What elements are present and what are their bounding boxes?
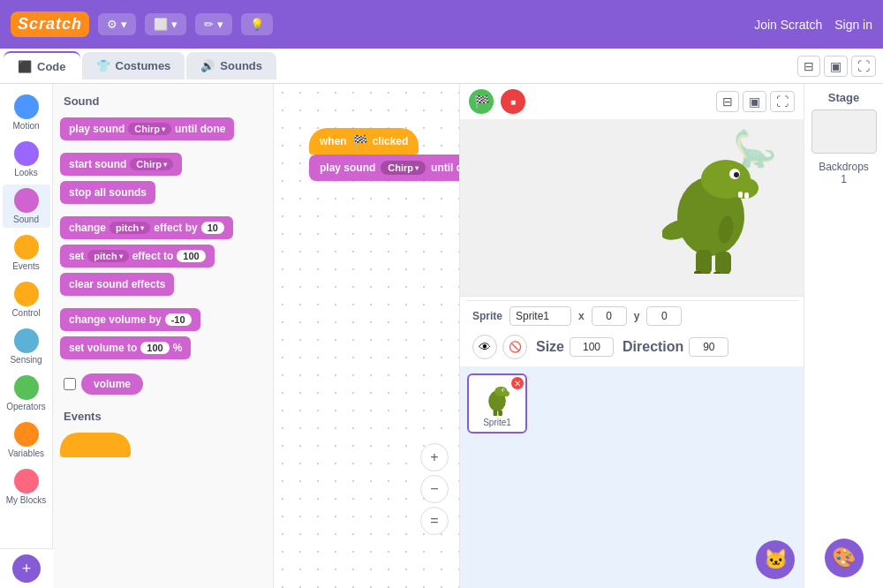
- show-sprite-button[interactable]: 👁: [472, 335, 497, 359]
- block-stop-all-sounds[interactable]: stop all sounds: [60, 178, 266, 207]
- stage-canvas: 🦕: [460, 119, 804, 296]
- pitch-dropdown-2[interactable]: pitch ▾: [87, 250, 128, 262]
- sidebar-item-myblocks[interactable]: My Blocks: [3, 465, 50, 509]
- costumes-tab-label: Costumes: [116, 59, 171, 72]
- stop-all-sounds-text: stop all sounds: [69, 186, 147, 199]
- size-field[interactable]: [570, 337, 614, 357]
- when-flag-clicked-block[interactable]: when 🏁 clicked: [309, 128, 419, 155]
- svg-rect-20: [494, 410, 498, 416]
- sidebar-item-control[interactable]: Control: [3, 278, 50, 321]
- volume-value[interactable]: 100: [140, 342, 169, 354]
- looks-label: Looks: [14, 168, 38, 177]
- svg-point-4: [734, 172, 739, 177]
- when-clicked-block-preview[interactable]: [60, 433, 131, 457]
- main-area: Motion Looks Sound Events Control Sensin…: [0, 84, 883, 588]
- lightbulb-icon: 💡: [250, 18, 264, 31]
- chirp-dropdown-1[interactable]: Chirp ▾: [128, 123, 171, 135]
- sidebar: Motion Looks Sound Events Control Sensin…: [0, 84, 53, 588]
- pitch-dropdown-1[interactable]: pitch ▾: [109, 222, 150, 234]
- events-dot: [14, 235, 39, 260]
- svg-point-19: [503, 389, 505, 391]
- set-text: set: [69, 250, 84, 262]
- sound-dot: [14, 188, 39, 213]
- y-field[interactable]: [646, 306, 682, 326]
- looks-dot: [14, 141, 39, 166]
- tab-code[interactable]: ⬛ Code: [4, 51, 80, 80]
- script-until-done-text: until done: [431, 162, 459, 174]
- play-sound-chirp-block[interactable]: play sound Chirp ▾ until done: [309, 155, 459, 181]
- tips-button[interactable]: 💡: [241, 13, 273, 35]
- block-change-pitch-effect[interactable]: change pitch ▾ effect by 10: [60, 214, 266, 242]
- add-sprite-button[interactable]: 🐱: [756, 540, 795, 579]
- script-chirp-dropdown[interactable]: Chirp ▾: [381, 161, 426, 175]
- block-clear-sound-effects[interactable]: clear sound effects: [60, 270, 266, 298]
- view-fullscreen-button[interactable]: ⛶: [851, 56, 876, 77]
- volume-change-amount[interactable]: -10: [165, 313, 192, 326]
- svg-rect-6: [744, 192, 749, 199]
- operators-label: Operators: [6, 402, 45, 411]
- block-change-volume[interactable]: change volume by -10: [60, 305, 266, 334]
- events-label: Events: [12, 261, 40, 271]
- when-text: when: [320, 135, 347, 147]
- sensing-dot: [14, 328, 39, 353]
- chirp-dropdown-2[interactable]: Chirp ▾: [130, 158, 173, 170]
- sidebar-item-variables[interactable]: Variables: [3, 418, 50, 462]
- sidebar-item-sound[interactable]: Sound: [3, 185, 50, 228]
- pitch-effect-amount[interactable]: 10: [201, 222, 224, 234]
- sprite1-thumb[interactable]: ✕ Sprite1: [467, 373, 527, 433]
- edit-menu-button[interactable]: ⬜ ▾: [145, 13, 186, 35]
- sprite1-delete-button[interactable]: ✕: [511, 377, 524, 389]
- sign-in-link[interactable]: Sign in: [834, 18, 872, 32]
- stage-fullscreen-button[interactable]: ⛶: [770, 91, 795, 112]
- volume-checkbox[interactable]: [64, 378, 76, 390]
- block-set-pitch-effect[interactable]: set pitch ▾ effect to 100: [60, 242, 266, 270]
- stage-toolbar: 🏁 ■ ⊟ ▣ ⛶: [460, 84, 804, 119]
- myblocks-dot: [14, 469, 39, 494]
- sprite-vis-row: 👁 🚫 Size Direction: [465, 331, 798, 363]
- tab-costumes[interactable]: 👕 Costumes: [82, 52, 185, 79]
- scratch-logo[interactable]: Scratch: [11, 11, 89, 37]
- zoom-fit-button[interactable]: =: [420, 507, 449, 535]
- stage-panel-label: Stage: [811, 91, 876, 104]
- blocks-panel: Sound play sound Chirp ▾ until done star…: [53, 84, 274, 588]
- script-play-sound-text: play sound: [320, 162, 375, 174]
- set-volume-text: set volume to: [69, 342, 137, 354]
- events-category-title: Events: [60, 406, 266, 430]
- sidebar-item-events[interactable]: Events: [3, 231, 50, 275]
- zoom-out-button[interactable]: −: [420, 475, 449, 503]
- hide-sprite-button[interactable]: 🚫: [502, 335, 527, 359]
- volume-reporter-block[interactable]: volume: [81, 373, 143, 395]
- sidebar-item-operators[interactable]: Operators: [3, 372, 50, 415]
- sidebar-item-sensing[interactable]: Sensing: [3, 325, 50, 368]
- sidebar-item-motion[interactable]: Motion: [3, 91, 50, 134]
- add-sprite-icon: 🐱: [764, 548, 788, 571]
- sprite-name-field[interactable]: [509, 306, 571, 326]
- tab-sounds[interactable]: 🔊 Sounds: [186, 52, 276, 79]
- stage-small-button[interactable]: ⊟: [716, 91, 739, 112]
- tutorials-button[interactable]: ✏ ▾: [195, 13, 232, 35]
- zoom-in-button[interactable]: +: [420, 443, 449, 471]
- file-menu-button[interactable]: ⚙ ▾: [98, 13, 136, 35]
- block-set-volume[interactable]: set volume to 100 %: [60, 334, 266, 362]
- pitch-effect-value[interactable]: 100: [177, 250, 205, 262]
- flag-icon: 🏁: [352, 134, 367, 148]
- add-backdrop-button[interactable]: 🎨: [825, 539, 864, 577]
- x-field[interactable]: [592, 306, 627, 326]
- sidebar-item-looks[interactable]: Looks: [3, 138, 50, 181]
- view-stage-button[interactable]: ▣: [824, 56, 848, 77]
- stop-button[interactable]: ■: [501, 89, 525, 114]
- join-scratch-link[interactable]: Join Scratch: [754, 18, 822, 32]
- sounds-tab-label: Sounds: [220, 59, 262, 72]
- direction-field[interactable]: [689, 337, 728, 357]
- sounds-tab-icon: 🔊: [200, 59, 215, 72]
- tab-bar: ⬛ Code 👕 Costumes 🔊 Sounds ⊟ ▣ ⛶: [0, 49, 883, 84]
- block-start-sound[interactable]: start sound Chirp ▾: [60, 150, 266, 178]
- green-flag-button[interactable]: 🏁: [469, 89, 494, 114]
- add-backdrop-icon: 🎨: [832, 547, 856, 569]
- view-split-button[interactable]: ⊟: [797, 56, 820, 77]
- add-extension-button[interactable]: +: [12, 554, 41, 583]
- block-play-sound-until-done[interactable]: play sound Chirp ▾ until done: [60, 115, 266, 143]
- stage-normal-button[interactable]: ▣: [743, 91, 766, 112]
- header-left: Scratch ⚙ ▾ ⬜ ▾ ✏ ▾ 💡: [11, 11, 273, 37]
- sprite1-name: Sprite1: [483, 418, 511, 427]
